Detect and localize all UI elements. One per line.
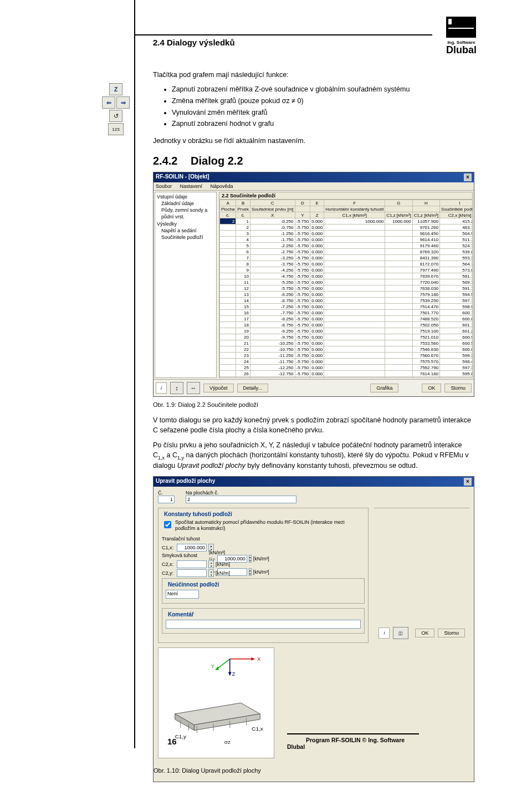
tree-item-selected[interactable]: Součinitele podloží: [161, 234, 214, 241]
tree-item[interactable]: Napětí a sedání: [161, 227, 214, 234]
intro-text: Tlačítka pod grafem mají následující fun…: [153, 71, 474, 79]
section-title: 2.4 Dialogy výsledků: [153, 38, 235, 47]
panel-title: 2.2 Součinitele podloží: [219, 192, 473, 200]
c1x-label: C1,x:: [162, 545, 175, 550]
page-number: 16: [167, 737, 177, 746]
group-label-neuc: Neúčinnost podloží: [167, 581, 220, 588]
icon-button[interactable]: ↔: [187, 382, 200, 394]
logo-bridge-icon: [446, 17, 476, 38]
info-icon[interactable]: i: [378, 627, 390, 639]
tree-navigator[interactable]: Vstupní údaje Základní údaje Půdy, zemní…: [155, 192, 217, 378]
tree-item[interactable]: Výsledky: [157, 221, 214, 227]
col-trans-label: Translační tuhost: [162, 536, 230, 542]
svg-text:Y: Y: [211, 663, 214, 668]
c2y-input[interactable]: [177, 569, 207, 577]
svg-marker-1: [251, 657, 254, 661]
c2y-label: C2,y:: [162, 570, 175, 576]
results-table: ABCDEFGHIJPlochaPrvekSouřadnice prvku [m…: [219, 200, 473, 378]
neucinnost-select[interactable]: Není: [166, 590, 199, 599]
z-axis-button[interactable]: Z: [109, 83, 122, 95]
page-footer: 16 Program RF-SOILIN © Ing. Software Dlu…: [287, 733, 419, 750]
scale-left-button[interactable]: ⇐: [102, 96, 115, 109]
paragraph-2: Po číslu prvku a jeho souřadnicích X, Y,…: [153, 441, 474, 471]
menubar[interactable]: Soubor Nastavení Nápověda: [154, 182, 474, 191]
logo-big: Dlubal: [446, 45, 477, 55]
na-input[interactable]: [186, 496, 296, 503]
window-title: RF-SOILIN - [Objekt]: [156, 173, 209, 181]
stepper[interactable]: ▴▾: [208, 569, 214, 577]
tree-item[interactable]: Vstupní údaje: [157, 193, 214, 200]
c-input[interactable]: [158, 496, 175, 503]
storno-button[interactable]: Storno: [438, 629, 465, 637]
icon-button[interactable]: ↕: [170, 382, 183, 394]
svg-text:σz: σz: [224, 739, 231, 745]
footer-text: Program RF-SOILIN © Ing. Software Dlubal: [287, 737, 405, 750]
stepper[interactable]: ▴▾: [249, 568, 252, 576]
ok-button[interactable]: OK: [415, 629, 434, 637]
sidebar-line: [134, 0, 135, 748]
komentar-input[interactable]: [166, 620, 361, 629]
unit-label: [kN/m³]: [253, 570, 269, 574]
unit-label: [kN/m]: [216, 570, 230, 576]
stepper[interactable]: ▲▾ [kN/m³] C1,y: ▴▾ [kN/m³]: [208, 544, 214, 552]
values-toggle-button[interactable]: 123: [108, 123, 124, 135]
window-title: Upravit podloží plochy: [156, 478, 215, 486]
vypocet-button[interactable]: Výpočet: [203, 384, 234, 392]
grafika-button[interactable]: Grafika: [370, 384, 398, 392]
dialog-22-window: RF-SOILIN - [Objekt] × Soubor Nastavení …: [153, 172, 474, 397]
section-header: 2.4 Dialogy výsledků: [134, 34, 432, 47]
figure-110-caption: Obr. 1.10: Dialog Upravit podloží plochy: [154, 767, 474, 774]
window-titlebar[interactable]: Upravit podloží plochy ×: [154, 477, 474, 487]
svg-marker-7: [228, 672, 232, 675]
scale-right-button[interactable]: ⇒: [116, 96, 130, 109]
heading-242: 2.4.2 Dialog 2.2: [153, 155, 474, 167]
info-icon[interactable]: i: [156, 382, 167, 394]
heading-num: 2.4.2: [153, 155, 177, 167]
c1x-input[interactable]: [177, 544, 207, 552]
logo: Ing. Software Dlubal: [446, 17, 477, 55]
group-label-konst: Konstanty tuhosti podloží: [163, 511, 233, 517]
graph-toolbar: Z ⇐ ⇒ ↺ 123: [102, 83, 130, 135]
stepper[interactable]: ▴▾: [208, 560, 214, 568]
unit-note: Jednotky v obrázku se řídí aktuálním nas…: [153, 137, 474, 145]
figure-19-caption: Obr. 1.9: Dialog 2.2 Součinitele podloží: [153, 401, 474, 408]
menu-item[interactable]: Nápověda: [211, 183, 233, 189]
svg-text:C1,x: C1,x: [252, 725, 263, 731]
table-scroll[interactable]: ABCDEFGHIJPlochaPrvekSouřadnice prvku [m…: [219, 200, 473, 378]
ok-button[interactable]: OK: [422, 384, 441, 392]
tree-item[interactable]: Půdy, zemní sondy a půdní vrst.: [161, 207, 214, 220]
menu-item[interactable]: Nastavení: [180, 183, 203, 189]
stepper[interactable]: ▴▾: [249, 555, 252, 563]
storno-button[interactable]: Storno: [444, 384, 472, 392]
bullet-item: Zapnutí zobrazení měřítka Z-ové souřadni…: [172, 84, 474, 95]
c-label: Č.: [158, 490, 175, 496]
heading-label: Dialog 2.2: [191, 155, 243, 167]
na-label: Na plochách č.: [186, 490, 296, 496]
svg-text:C1,y: C1,y: [175, 733, 186, 739]
svg-text:Z: Z: [232, 671, 236, 676]
detaily-button[interactable]: Detaily...: [237, 384, 268, 392]
window-titlebar[interactable]: RF-SOILIN - [Objekt] ×: [154, 172, 474, 182]
menu-item[interactable]: Soubor: [156, 183, 172, 189]
svg-text:X: X: [257, 656, 260, 661]
close-icon[interactable]: ×: [464, 173, 472, 181]
close-icon[interactable]: ×: [464, 478, 472, 486]
checkbox-label: Spočítat automaticky pomocí přídavného m…: [175, 519, 365, 532]
c2x-label: C2,x:: [162, 562, 175, 567]
auto-compute-checkbox[interactable]: [164, 521, 171, 528]
grid-icon-button[interactable]: ◫: [393, 627, 408, 639]
bullet-item: Vynulování změn měřítek grafů: [172, 108, 474, 118]
reset-scale-button[interactable]: ↺: [109, 110, 122, 122]
bullet-list: Zapnutí zobrazení měřítka Z-ové souřadni…: [153, 84, 474, 129]
unit-label: [kN/m³]: [253, 557, 269, 560]
c2x-input[interactable]: [177, 560, 207, 568]
bullet-item: Změna měřítek grafů (pouze pokud σz ≠ 0): [172, 96, 474, 106]
paragraph-1: V tomto dialogu se pro každý konečný prv…: [153, 416, 474, 435]
tree-item[interactable]: Základní údaje: [161, 200, 214, 207]
group-label-kom: Komentář: [167, 611, 195, 618]
bullet-item: Zapnutí zobrazení hodnot v grafu: [172, 119, 474, 129]
unit-label: [kN/m]: [216, 562, 230, 567]
